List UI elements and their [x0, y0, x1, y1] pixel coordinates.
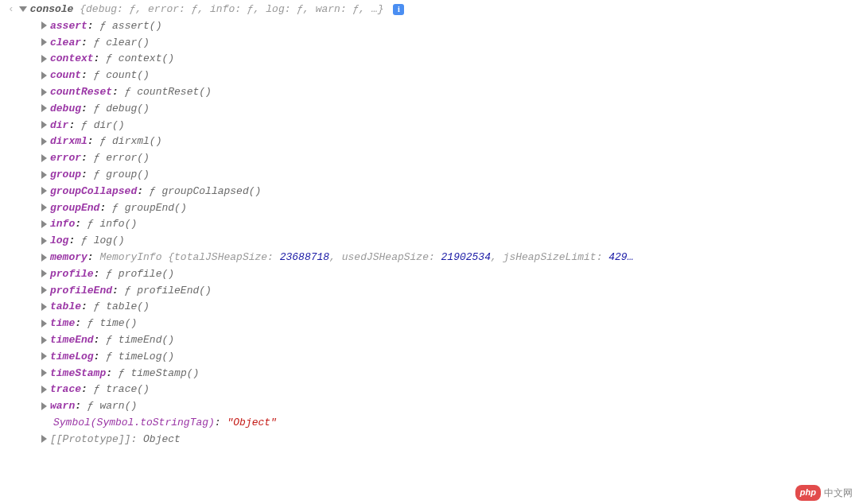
- function-icon: ƒ: [87, 317, 94, 329]
- prop-profile[interactable]: profile: ƒ profile(): [0, 266, 859, 283]
- function-icon: ƒ: [125, 285, 131, 297]
- chevron-right-icon[interactable]: [41, 21, 47, 29]
- chevron-right-icon[interactable]: [41, 88, 47, 96]
- function-name: timeLog(): [119, 351, 174, 362]
- chevron-right-icon[interactable]: [41, 55, 47, 63]
- prop-key: groupCollapsed: [50, 185, 137, 197]
- function-icon: ƒ: [94, 169, 100, 180]
- function-icon: ƒ: [106, 52, 112, 64]
- chevron-right-icon[interactable]: [41, 254, 47, 262]
- prop-assert[interactable]: assert: ƒ assert(): [0, 18, 859, 35]
- chevron-right-icon[interactable]: [41, 138, 47, 145]
- watermark: php 中文网: [795, 485, 853, 501]
- symbol-value: "Object": [227, 417, 276, 428]
- prop-key: profileEnd: [50, 285, 112, 297]
- function-name: log(): [94, 235, 125, 246]
- prop-groupCollapsed[interactable]: groupCollapsed: ƒ groupCollapsed(): [0, 184, 859, 200]
- memory-total-value: 23688718: [280, 251, 329, 263]
- prop-log[interactable]: log: ƒ log(): [0, 233, 859, 250]
- chevron-right-icon[interactable]: [41, 121, 47, 129]
- prop-key: info: [50, 218, 75, 230]
- chevron-right-icon[interactable]: [41, 38, 47, 46]
- prop-key: trace: [50, 383, 81, 395]
- memory-used-label: usedJSHeapSize: [342, 251, 429, 263]
- back-icon[interactable]: ‹: [0, 2, 19, 18]
- prop-key: timeStamp: [50, 367, 106, 379]
- chevron-right-icon[interactable]: [41, 386, 47, 394]
- prop-trace[interactable]: trace: ƒ trace(): [0, 382, 859, 398]
- prop-debug[interactable]: debug: ƒ debug(): [0, 101, 859, 118]
- function-icon: ƒ: [150, 185, 156, 197]
- object-summary: {debug: ƒ, error: ƒ, info: ƒ, log: ƒ, wa…: [80, 3, 383, 15]
- prop-warn[interactable]: warn: ƒ warn(): [0, 398, 859, 415]
- chevron-right-icon[interactable]: [41, 104, 47, 112]
- chevron-right-icon[interactable]: [41, 369, 47, 377]
- prop-dirxml[interactable]: dirxml: ƒ dirxml(): [0, 134, 859, 150]
- function-icon: ƒ: [125, 86, 131, 98]
- function-icon: ƒ: [94, 69, 100, 81]
- prop-memory[interactable]: memory: MemoryInfo {totalJSHeapSize: 236…: [0, 250, 859, 266]
- prop-error[interactable]: error: ƒ error(): [0, 150, 859, 167]
- prop-profileEnd[interactable]: profileEnd: ƒ profileEnd(): [0, 283, 859, 300]
- function-name: context(): [119, 52, 174, 64]
- object-name: console: [30, 3, 74, 15]
- function-name: dirxml(): [112, 135, 161, 147]
- prop-count[interactable]: count: ƒ count(): [0, 68, 859, 84]
- prop-table[interactable]: table: ƒ table(): [0, 299, 859, 316]
- prop-key: group: [50, 169, 81, 180]
- function-icon: ƒ: [94, 383, 100, 395]
- chevron-right-icon[interactable]: [41, 303, 47, 311]
- prop-info[interactable]: info: ƒ info(): [0, 216, 859, 233]
- function-name: dir(): [94, 119, 125, 131]
- chevron-right-icon[interactable]: [41, 237, 47, 245]
- prop-dir[interactable]: dir: ƒ dir(): [0, 118, 859, 134]
- chevron-right-icon[interactable]: [41, 402, 47, 410]
- prop-key: assert: [50, 20, 87, 32]
- console-root-row[interactable]: ‹console {debug: ƒ, error: ƒ, info: ƒ, l…: [0, 2, 859, 18]
- chevron-right-icon[interactable]: [41, 336, 47, 344]
- prop-timeLog[interactable]: timeLog: ƒ timeLog(): [0, 349, 859, 366]
- symbol-key: Symbol(Symbol.toStringTag): [53, 417, 215, 428]
- function-icon: ƒ: [99, 20, 106, 32]
- memory-used-value: 21902534: [441, 251, 491, 263]
- watermark-logo: php: [795, 485, 821, 501]
- prop-key: time: [50, 317, 75, 329]
- prop-key: timeLog: [50, 351, 94, 362]
- function-name: timeEnd(): [119, 334, 174, 346]
- prop-time[interactable]: time: ƒ time(): [0, 316, 859, 332]
- prop-clear[interactable]: clear: ƒ clear(): [0, 35, 859, 52]
- function-name: assert(): [112, 20, 161, 32]
- console-object-tree: ‹console {debug: ƒ, error: ƒ, info: ƒ, l…: [0, 0, 859, 450]
- function-name: warn(): [99, 400, 137, 412]
- function-name: timeStamp(): [130, 367, 199, 379]
- prop-key: context: [50, 52, 94, 64]
- prototype-value: Object: [143, 433, 181, 445]
- function-name: time(): [99, 317, 137, 329]
- chevron-right-icon[interactable]: [41, 269, 47, 277]
- chevron-right-icon[interactable]: [41, 220, 47, 228]
- expand-caret[interactable]: [19, 6, 27, 12]
- chevron-right-icon[interactable]: [41, 187, 47, 195]
- info-icon[interactable]: i: [393, 4, 404, 15]
- prop-countReset[interactable]: countReset: ƒ countReset(): [0, 84, 859, 101]
- chevron-right-icon[interactable]: [41, 320, 47, 328]
- prop-key: debug: [50, 103, 81, 114]
- prop-key: warn: [50, 400, 75, 412]
- chevron-right-icon[interactable]: [41, 352, 47, 360]
- chevron-right-icon[interactable]: [41, 171, 47, 179]
- prop-key: dir: [50, 119, 68, 131]
- prop-prototype[interactable]: [[Prototype]]: Object: [0, 432, 859, 448]
- chevron-right-icon[interactable]: [41, 435, 47, 443]
- prop-groupEnd[interactable]: groupEnd: ƒ groupEnd(): [0, 200, 859, 217]
- prop-group[interactable]: group: ƒ group(): [0, 167, 859, 184]
- function-name: error(): [106, 152, 150, 164]
- prop-timeStamp[interactable]: timeStamp: ƒ timeStamp(): [0, 366, 859, 382]
- function-name: clear(): [106, 37, 150, 48]
- chevron-right-icon[interactable]: [41, 154, 47, 162]
- function-icon: ƒ: [106, 268, 112, 280]
- prop-timeEnd[interactable]: timeEnd: ƒ timeEnd(): [0, 332, 859, 349]
- prop-context[interactable]: context: ƒ context(): [0, 51, 859, 68]
- chevron-right-icon[interactable]: [41, 204, 47, 211]
- chevron-right-icon[interactable]: [41, 286, 47, 294]
- chevron-right-icon[interactable]: [41, 72, 47, 79]
